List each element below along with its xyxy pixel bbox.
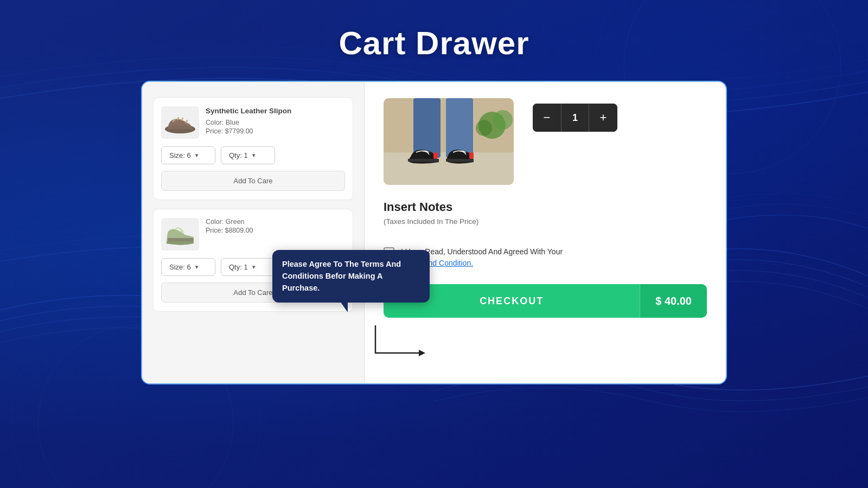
tooltip-bubble: Please Agree To The Terms And Conditions… xyxy=(272,250,430,303)
svg-point-18 xyxy=(493,110,513,130)
svg-rect-15 xyxy=(446,159,474,162)
cart-item-2-color: Color: Green xyxy=(206,218,345,226)
cart-item-1-name: Synthetic Leather Slipon xyxy=(206,106,345,117)
cart-item-1-color: Color: Blue xyxy=(206,119,345,126)
cart-item-1-price: Price: $7799.00 xyxy=(206,127,345,135)
terms-row: I Have Read, Understood And Agreed With … xyxy=(384,246,707,269)
cart-item-2-image xyxy=(161,218,199,251)
qty-dropdown-2[interactable]: Qty: 1 ▼ xyxy=(221,258,275,276)
checkout-button[interactable]: CHECKOUT $ 40.00 xyxy=(384,284,707,318)
chevron-down-icon: ▼ xyxy=(194,264,200,270)
stepper-value: 1 xyxy=(561,104,589,132)
chevron-down-icon: ▼ xyxy=(251,264,257,270)
chevron-down-icon: ▼ xyxy=(194,152,200,158)
cart-items-panel: Synthetic Leather Slipon Color: Blue Pri… xyxy=(142,82,365,383)
cart-drawer-card: Synthetic Leather Slipon Color: Blue Pri… xyxy=(141,81,727,384)
qty-dropdown-1[interactable]: Qty: 1 ▼ xyxy=(221,146,275,164)
stepper-minus-button[interactable]: − xyxy=(533,104,561,132)
cart-item-2-info: Color: Green Price: $8809.00 xyxy=(206,218,345,234)
svg-rect-16 xyxy=(469,152,474,159)
checkout-price: $ 40.00 xyxy=(640,284,707,318)
chevron-down-icon: ▼ xyxy=(251,152,257,158)
cart-right-panel: − 1 + Insert Notes (Taxes Included In Th… xyxy=(365,82,726,383)
cart-item-2-price: Price: $8809.00 xyxy=(206,227,345,234)
svg-rect-14 xyxy=(433,152,438,159)
cart-item-1-info: Synthetic Leather Slipon Color: Blue Pri… xyxy=(206,106,345,135)
svg-rect-7 xyxy=(168,238,194,241)
size-dropdown-1[interactable]: Size: 6 ▼ xyxy=(161,146,215,164)
svg-point-6 xyxy=(165,125,195,133)
cart-item-1-controls: Size: 6 ▼ Qty: 1 ▼ xyxy=(161,146,345,164)
stepper-plus-button[interactable]: + xyxy=(589,104,617,132)
svg-rect-12 xyxy=(446,98,473,158)
notes-section: Insert Notes (Taxes Included In The Pric… xyxy=(384,200,707,235)
product-main-image xyxy=(384,98,514,185)
notes-title: Insert Notes xyxy=(384,200,707,214)
add-to-care-btn-1[interactable]: Add To Care xyxy=(161,171,345,191)
page-title: Cart Drawer xyxy=(0,0,868,81)
cart-item-1-image xyxy=(161,106,199,139)
svg-rect-11 xyxy=(413,98,441,158)
product-showcase: − 1 + xyxy=(384,98,707,185)
size-dropdown-2[interactable]: Size: 6 ▼ xyxy=(161,258,215,276)
notes-subtitle: (Taxes Included In The Price) xyxy=(384,217,707,226)
qty-stepper: − 1 + xyxy=(533,104,617,132)
svg-rect-13 xyxy=(408,159,439,162)
svg-point-19 xyxy=(476,120,492,136)
cart-item-1: Synthetic Leather Slipon Color: Blue Pri… xyxy=(153,97,353,200)
